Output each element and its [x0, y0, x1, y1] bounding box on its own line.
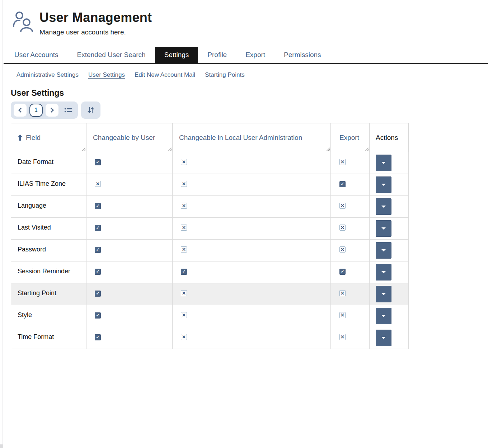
tab-profile[interactable]: Profile [198, 47, 236, 63]
checkbox-changeable-by-user: ✓ [95, 269, 101, 275]
page: User Management Manage user accounts her… [0, 0, 488, 448]
table-row: Password ✓ ✕ ✕ [11, 240, 409, 261]
field-name: Session Reminder [11, 261, 86, 283]
sort-by-field-link[interactable]: Field [26, 134, 41, 141]
checkbox-changeable-in-local-admin: ✕ [181, 246, 187, 253]
previous-page-button[interactable] [14, 104, 27, 117]
sort-by-changeable-local-link[interactable]: Changeable in Local User Administration [179, 134, 302, 141]
checkbox-export: ✕ [339, 246, 346, 253]
field-name: ILIAS Time Zone [11, 174, 86, 196]
scrollbar-corner [0, 444, 3, 448]
row-actions-dropdown-button[interactable] [376, 220, 391, 237]
list-icon [64, 107, 72, 114]
caret-down-icon [381, 271, 386, 273]
subtab-bar: Administrative SettingsUser SettingsEdit… [17, 71, 488, 79]
checkbox-export: ✕ [339, 203, 346, 209]
checkbox-changeable-by-user: ✓ [95, 334, 101, 340]
field-name: Password [11, 240, 86, 261]
arrow-up-icon [18, 135, 23, 141]
pagination-group: 1 [11, 102, 78, 119]
checkbox-export: ✕ [339, 159, 346, 165]
checkbox-changeable-in-local-admin: ✕ [181, 181, 187, 187]
users-icon [12, 11, 35, 32]
tab-permissions[interactable]: Permissions [274, 47, 330, 63]
table-header-row: Field Changeable by User Changeable in L… [11, 123, 409, 152]
checkbox-changeable-by-user: ✓ [95, 247, 101, 253]
column-resize-handle[interactable] [325, 147, 330, 151]
row-actions-dropdown-button[interactable] [376, 330, 391, 346]
checkbox-changeable-in-local-admin: ✕ [181, 225, 187, 231]
checkbox-changeable-in-local-admin: ✕ [181, 312, 187, 318]
column-resize-handle[interactable] [364, 147, 369, 151]
title-block: User Management Manage user accounts her… [39, 10, 152, 36]
page-header: User Management Manage user accounts her… [0, 0, 488, 36]
table-row: Time Format ✓ ✕ ✕ [11, 327, 409, 349]
field-name: Last Visited [11, 218, 86, 240]
checkbox-export: ✕ [339, 312, 346, 318]
tab-export[interactable]: Export [236, 47, 274, 63]
checkbox-export: ✓ [339, 269, 346, 275]
field-name: Style [11, 305, 86, 327]
sort-by-changeable-by-user-link[interactable]: Changeable by User [93, 134, 155, 141]
checkbox-changeable-by-user: ✓ [95, 203, 101, 209]
row-actions-dropdown-button[interactable] [376, 308, 391, 324]
checkbox-changeable-by-user: ✓ [95, 159, 101, 165]
row-actions-dropdown-button[interactable] [376, 198, 391, 215]
row-actions-dropdown-button[interactable] [376, 286, 391, 302]
column-header-changeable-by-user: Changeable by User [86, 123, 173, 152]
table-row: Last Visited ✓ ✕ ✕ [11, 218, 409, 240]
tab-settings[interactable]: Settings [155, 47, 198, 63]
field-name: Language [11, 196, 86, 218]
row-actions-dropdown-button[interactable] [376, 264, 391, 280]
checkbox-changeable-by-user: ✕ [95, 181, 101, 187]
table-row: ILIAS Time Zone ✕ ✕ ✓ [11, 174, 409, 196]
page-number-button[interactable]: 1 [29, 104, 43, 117]
checkbox-changeable-in-local-admin: ✕ [181, 203, 187, 209]
checkbox-changeable-by-user: ✓ [95, 225, 101, 231]
checkbox-changeable-in-local-admin: ✕ [181, 290, 187, 296]
row-actions-dropdown-button[interactable] [376, 242, 391, 259]
section-heading: User Settings [11, 88, 488, 98]
checkbox-changeable-by-user: ✓ [95, 312, 101, 319]
caret-down-icon [381, 227, 386, 230]
subtab-edit-new-account-mail[interactable]: Edit New Account Mail [135, 71, 195, 79]
table-body: Date Format ✓ ✕ ✕ ILIAS Time Zone ✕ ✕ ✓ … [11, 152, 409, 349]
page-subtitle: Manage user accounts here. [39, 28, 152, 36]
subtab-starting-points[interactable]: Starting Points [205, 71, 245, 79]
next-page-button[interactable] [46, 104, 58, 117]
caret-down-icon [381, 184, 386, 186]
subtab-user-settings[interactable]: User Settings [88, 71, 125, 79]
field-name: Date Format [11, 152, 86, 174]
checkbox-changeable-in-local-admin: ✕ [181, 159, 187, 165]
checkbox-changeable-by-user: ✓ [95, 291, 101, 297]
checkbox-changeable-in-local-admin: ✕ [181, 334, 187, 340]
sort-order-button[interactable] [84, 104, 98, 117]
sort-by-export-link[interactable]: Export [339, 134, 359, 141]
left-edge-divider [2, 0, 3, 448]
column-header-actions: Actions [370, 123, 409, 152]
table-row: Language ✓ ✕ ✕ [11, 196, 409, 218]
sort-group [81, 102, 100, 119]
tab-user-accounts[interactable]: User Accounts [5, 47, 68, 63]
caret-down-icon [381, 249, 386, 251]
tab-bar: User AccountsExtended User SearchSetting… [4, 47, 488, 64]
tab-extended-user-search[interactable]: Extended User Search [68, 47, 155, 63]
caret-down-icon [381, 293, 386, 295]
table-row: Style ✓ ✕ ✕ [11, 305, 409, 327]
user-settings-table: Field Changeable by User Changeable in L… [11, 123, 409, 349]
table-row: Session Reminder ✓ ✓ ✓ [11, 261, 409, 283]
column-resize-handle[interactable] [81, 147, 85, 151]
row-actions-dropdown-button[interactable] [376, 155, 391, 171]
subtab-administrative-settings[interactable]: Administrative Settings [17, 71, 79, 79]
row-actions-dropdown-button[interactable] [376, 176, 391, 193]
column-header-export: Export [331, 123, 370, 152]
column-header-changeable-in-local-user-administration: Changeable in Local User Administration [173, 123, 331, 152]
caret-down-icon [381, 162, 386, 164]
sort-arrows-icon [87, 106, 95, 114]
view-controls: 1 [11, 102, 488, 119]
rows-per-page-button[interactable] [61, 104, 75, 117]
checkbox-export: ✕ [339, 290, 346, 296]
checkbox-export: ✓ [339, 181, 346, 187]
column-resize-handle[interactable] [167, 147, 172, 151]
chevron-left-icon [18, 108, 23, 113]
